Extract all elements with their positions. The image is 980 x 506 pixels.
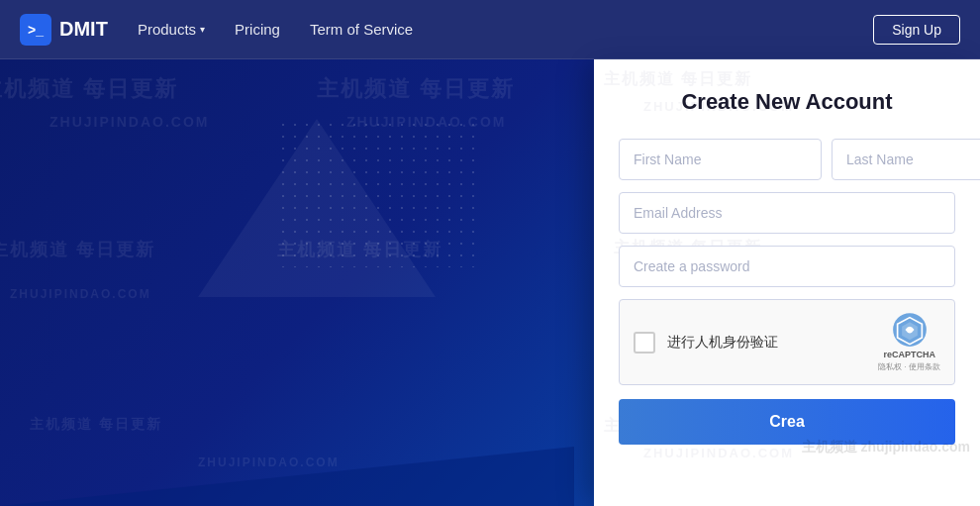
nav-links: Products ▾ Pricing Term of Service — [138, 21, 873, 38]
logo-icon: >_ — [20, 14, 51, 46]
recaptcha-links: 隐私权 · 使用条款 — [878, 361, 940, 372]
chevron-down-icon: ▾ — [200, 24, 205, 35]
form-title: Create New Account — [619, 89, 955, 115]
watermark-2: 主机频道 每日更新 — [317, 74, 515, 104]
form-watermark-1: 主机频道 每日更新 — [604, 69, 752, 90]
recaptcha-checkbox[interactable] — [634, 332, 655, 354]
nav-products[interactable]: Products ▾ — [138, 21, 205, 38]
main-content: 主机频道 每日更新 主机频道 每日更新 ZHUJIPINDAO.COM ZHUJ… — [0, 59, 980, 506]
logo-text: DMIT — [59, 18, 108, 41]
recaptcha-label: 进行人机身份验证 — [667, 334, 866, 352]
signup-form-panel: 主机频道 每日更新 ZHUJIPINDAO.COM 主机频道 每日更新 ZHUJ… — [594, 59, 980, 506]
recaptcha-logo-area: reCAPTCHA 隐私权 · 使用条款 — [878, 312, 940, 372]
bg-dots — [277, 119, 475, 267]
bg-bottom-shape — [0, 407, 574, 506]
recaptcha-logo-icon — [892, 312, 928, 348]
password-input[interactable] — [619, 246, 955, 287]
logo[interactable]: >_ DMIT — [20, 14, 108, 46]
name-row — [619, 139, 955, 180]
create-account-button[interactable]: Crea — [619, 399, 955, 445]
first-name-input[interactable] — [619, 139, 822, 180]
recaptcha-brand-label: reCAPTCHA — [883, 350, 935, 359]
watermark-5: 主机频道 每日更新 — [0, 238, 155, 261]
watermark-8: 主机频道 每日更新 — [30, 416, 162, 434]
last-name-input[interactable] — [832, 139, 980, 180]
nav-pricing[interactable]: Pricing — [235, 21, 280, 38]
watermark-9: ZHUJIPINDAO.COM — [198, 455, 340, 469]
watermark-1: 主机频道 每日更新 — [0, 74, 178, 104]
signup-button[interactable]: Sign Up — [873, 15, 960, 45]
email-input[interactable] — [619, 192, 955, 234]
navbar: >_ DMIT Products ▾ Pricing Term of Servi… — [0, 0, 980, 59]
nav-tos[interactable]: Term of Service — [310, 21, 413, 38]
recaptcha-box[interactable]: 进行人机身份验证 reCAPTCHA 隐私权 · 使用条款 — [619, 299, 955, 385]
form-watermark-6: ZHUJIPINDAO.COM — [643, 446, 794, 460]
watermark-7: ZHUJIPINDAO.COM — [10, 287, 151, 301]
watermark-3: ZHUJIPINDAO.COM — [49, 114, 209, 130]
